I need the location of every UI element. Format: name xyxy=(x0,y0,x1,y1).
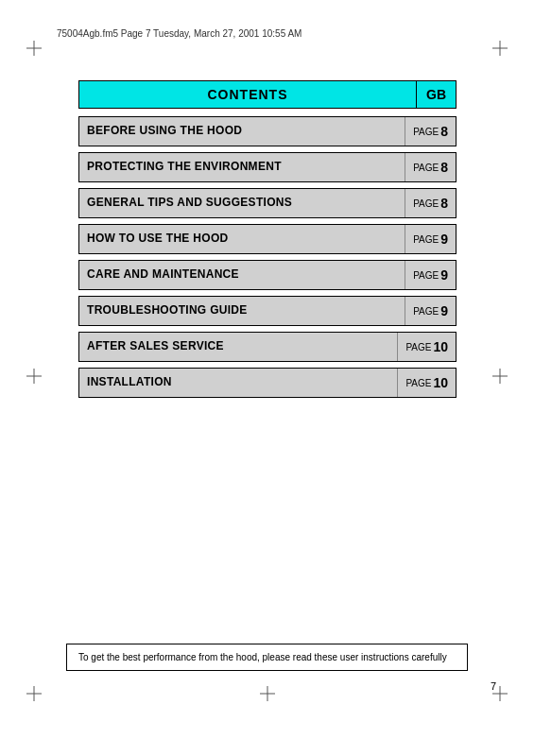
toc-label: INSTALLATION xyxy=(79,369,397,397)
toc-page-num: 8 xyxy=(440,124,448,139)
crosshair-bottom-left xyxy=(26,686,42,701)
toc-row: TROUBLESHOOTING GUIDEPAGE 9 xyxy=(78,296,456,326)
toc-page-num: 9 xyxy=(440,303,448,318)
page-number: 7 xyxy=(491,680,496,692)
bottom-note-text: To get the best performance from the hoo… xyxy=(78,652,447,662)
page: 75004Agb.fm5 Page 7 Tuesday, March 27, 2… xyxy=(0,0,534,756)
toc-label: AFTER SALES SERVICE xyxy=(79,333,397,361)
toc-page-num: 9 xyxy=(440,267,448,283)
toc-page-word: PAGE xyxy=(405,378,431,388)
toc-page: PAGE 9 xyxy=(405,261,456,289)
crosshair-top-right xyxy=(492,41,508,56)
crosshair-mid-right xyxy=(492,369,508,384)
toc-label: CARE AND MAINTENANCE xyxy=(79,261,405,289)
toc-page-word: PAGE xyxy=(413,234,439,245)
toc-row: CARE AND MAINTENANCEPAGE 9 xyxy=(78,260,456,290)
contents-header: CONTENTS GB xyxy=(78,80,456,109)
toc-page: PAGE 8 xyxy=(405,189,456,217)
toc-page-num: 10 xyxy=(433,375,448,390)
toc-page: PAGE 9 xyxy=(405,297,456,325)
toc-row: GENERAL TIPS AND SUGGESTIONSPAGE 8 xyxy=(78,188,456,218)
toc-row: PROTECTING THE ENVIRONMENTPAGE 8 xyxy=(78,152,456,182)
contents-title: CONTENTS xyxy=(79,81,416,108)
gb-badge: GB xyxy=(416,81,456,108)
toc-content: CONTENTS GB BEFORE USING THE HOODPAGE 8P… xyxy=(78,80,456,404)
toc-row: HOW TO USE THE HOODPAGE 9 xyxy=(78,224,456,254)
toc-page: PAGE 10 xyxy=(397,333,456,361)
toc-row: BEFORE USING THE HOODPAGE 8 xyxy=(78,116,456,146)
file-info: 75004Agb.fm5 Page 7 Tuesday, March 27, 2… xyxy=(57,28,301,39)
bottom-note: To get the best performance from the hoo… xyxy=(66,644,468,671)
toc-page-word: PAGE xyxy=(413,127,439,137)
toc-page: PAGE 10 xyxy=(397,369,456,397)
file-info-text: 75004Agb.fm5 Page 7 Tuesday, March 27, 2… xyxy=(57,28,301,39)
toc-label: TROUBLESHOOTING GUIDE xyxy=(79,297,405,325)
toc-page-num: 9 xyxy=(440,232,448,247)
toc-label: HOW TO USE THE HOOD xyxy=(79,225,405,253)
toc-page-word: PAGE xyxy=(405,342,431,352)
toc-page: PAGE 8 xyxy=(405,117,456,146)
toc-page-num: 8 xyxy=(440,160,448,175)
toc-row: INSTALLATIONPAGE 10 xyxy=(78,368,456,398)
toc-list: BEFORE USING THE HOODPAGE 8PROTECTING TH… xyxy=(78,116,456,398)
crosshair-top-left xyxy=(26,41,42,56)
toc-label: BEFORE USING THE HOOD xyxy=(79,117,405,146)
toc-row: AFTER SALES SERVICEPAGE 10 xyxy=(78,332,456,362)
toc-page: PAGE 9 xyxy=(405,225,456,253)
toc-page-word: PAGE xyxy=(413,163,439,173)
toc-page-num: 10 xyxy=(433,339,448,354)
toc-page-num: 8 xyxy=(440,196,448,211)
toc-page-word: PAGE xyxy=(413,306,439,317)
toc-page-word: PAGE xyxy=(413,270,439,281)
crosshair-mid-left xyxy=(26,369,42,384)
crosshair-bottom-mid xyxy=(260,686,275,701)
toc-page: PAGE 8 xyxy=(405,153,456,181)
toc-label: GENERAL TIPS AND SUGGESTIONS xyxy=(79,189,405,217)
toc-label: PROTECTING THE ENVIRONMENT xyxy=(79,153,405,181)
toc-page-word: PAGE xyxy=(413,198,439,209)
